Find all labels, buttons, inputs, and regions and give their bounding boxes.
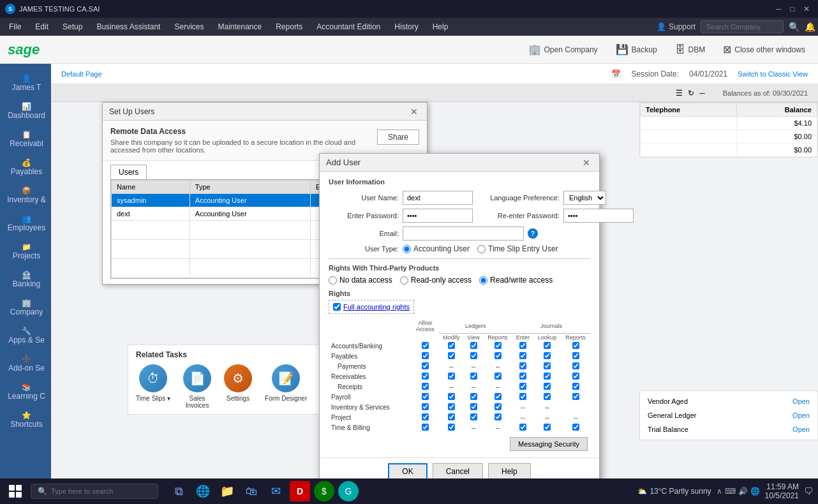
payroll-jreports-checkbox[interactable] bbox=[572, 393, 579, 400]
full-accounting-rights-label[interactable]: Full accounting rights bbox=[343, 303, 410, 311]
receivables-modify-checkbox[interactable] bbox=[448, 373, 455, 380]
menu-setup[interactable]: Setup bbox=[56, 20, 89, 34]
taskbar-search-input[interactable] bbox=[51, 487, 147, 495]
time-billing-modify-checkbox[interactable] bbox=[448, 424, 455, 431]
accounts-banking-lookup-checkbox[interactable] bbox=[544, 342, 551, 349]
sidebar-item-addon[interactable]: ➕ Add-on Se bbox=[0, 350, 51, 378]
receipts-allow-checkbox[interactable] bbox=[422, 383, 429, 390]
dbm-button[interactable]: 🗄 DBM bbox=[670, 41, 711, 58]
sidebar-item-employees[interactable]: 👥 Employees bbox=[0, 209, 51, 237]
sidebar-item-dashboard[interactable]: 📊 Dashboard bbox=[0, 97, 51, 125]
start-button[interactable] bbox=[5, 481, 26, 501]
read-only-access-label[interactable]: Read-only access bbox=[400, 276, 472, 285]
menu-accountant-edition[interactable]: Accountant Edition bbox=[310, 20, 387, 34]
payroll-modify-checkbox[interactable] bbox=[448, 393, 455, 400]
inventory-reports-checkbox[interactable] bbox=[495, 403, 502, 410]
settings-button[interactable]: ⚙ Settings bbox=[224, 364, 252, 409]
search-icon[interactable]: 🔍 bbox=[789, 22, 799, 32]
accounts-banking-modify-checkbox[interactable] bbox=[448, 342, 455, 349]
payments-enter-checkbox[interactable] bbox=[519, 362, 526, 369]
setup-users-close-button[interactable]: ✕ bbox=[408, 107, 420, 117]
receivables-allow-checkbox[interactable] bbox=[422, 373, 429, 380]
menu-history[interactable]: History bbox=[388, 20, 424, 34]
backup-button[interactable]: 💾 Backup bbox=[611, 41, 662, 58]
reenter-password-input[interactable] bbox=[563, 209, 634, 223]
sidebar-item-apps[interactable]: 🔧 Apps & Se bbox=[0, 322, 51, 350]
project-modify-checkbox[interactable] bbox=[448, 413, 455, 420]
sidebar-item-learning[interactable]: 📚 Learning C bbox=[0, 378, 51, 406]
menu-services[interactable]: Services bbox=[168, 20, 210, 34]
cancel-button[interactable]: Cancel bbox=[433, 463, 483, 479]
inventory-allow-checkbox[interactable] bbox=[422, 403, 429, 410]
full-accounting-rights-checkbox[interactable] bbox=[333, 303, 341, 311]
payables-view-checkbox[interactable] bbox=[470, 352, 477, 359]
sys-tray-expand[interactable]: ∧ bbox=[717, 487, 722, 496]
menu-business-assistant[interactable]: Business Assistant bbox=[90, 20, 167, 34]
project-reports-checkbox[interactable] bbox=[495, 413, 502, 420]
close-button[interactable]: ✕ bbox=[800, 3, 813, 15]
share-button[interactable]: Share bbox=[377, 130, 419, 145]
accounts-banking-view-checkbox[interactable] bbox=[470, 342, 477, 349]
timeslip-user-radio[interactable] bbox=[477, 245, 486, 253]
time-slips-button[interactable]: ⏱ Time Slips ▾ bbox=[136, 364, 170, 409]
form-designer-button[interactable]: 📝 Form Designer bbox=[265, 364, 307, 409]
accounts-banking-reports-checkbox[interactable] bbox=[495, 342, 502, 349]
users-tab[interactable]: Users bbox=[110, 165, 147, 179]
read-only-access-radio[interactable] bbox=[400, 276, 408, 285]
receipts-enter-checkbox[interactable] bbox=[519, 383, 526, 390]
edge-icon[interactable]: 🌐 bbox=[193, 481, 213, 501]
app-icon-green[interactable]: $ bbox=[314, 481, 334, 501]
add-user-close-button[interactable]: ✕ bbox=[580, 158, 593, 168]
payables-modify-checkbox[interactable] bbox=[448, 352, 455, 359]
payroll-lookup-checkbox[interactable] bbox=[544, 393, 551, 400]
payables-reports-checkbox[interactable] bbox=[495, 352, 502, 359]
taskbar-search-box[interactable]: 🔍 bbox=[31, 484, 158, 499]
sidebar-item-shortcuts[interactable]: ⭐ Shortcuts bbox=[0, 406, 51, 434]
support-button[interactable]: 👤 Support bbox=[657, 22, 695, 31]
read-write-access-radio[interactable] bbox=[479, 276, 487, 285]
refresh-icon[interactable]: ↻ bbox=[688, 89, 694, 98]
sidebar-item-inventory[interactable]: 📦 Inventory & bbox=[0, 181, 51, 209]
receipts-lookup-checkbox[interactable] bbox=[544, 383, 551, 390]
sidebar-item-payables[interactable]: 💰 Payables bbox=[0, 153, 51, 181]
bell-icon[interactable]: 🔔 bbox=[805, 22, 815, 32]
switch-classic-link[interactable]: Switch to Classic View bbox=[738, 70, 808, 78]
app-icon-teal[interactable]: G bbox=[338, 481, 359, 501]
email-info-icon[interactable]: ? bbox=[528, 228, 538, 239]
payroll-enter-checkbox[interactable] bbox=[519, 393, 526, 400]
menu-file[interactable]: File bbox=[3, 20, 27, 34]
sidebar-item-james[interactable]: 👤 James T bbox=[0, 69, 51, 97]
accounting-user-radio[interactable] bbox=[403, 245, 411, 253]
messaging-security-button[interactable]: Messaging Security bbox=[510, 437, 588, 451]
menu-help[interactable]: Help bbox=[426, 20, 455, 34]
ok-button[interactable]: OK bbox=[388, 463, 427, 479]
minus-icon[interactable]: ─ bbox=[699, 89, 705, 98]
accounts-banking-enter-checkbox[interactable] bbox=[519, 342, 526, 349]
accounts-banking-allow-checkbox[interactable] bbox=[422, 342, 429, 349]
payroll-reports-checkbox[interactable] bbox=[495, 393, 502, 400]
receivables-view-checkbox[interactable] bbox=[470, 373, 477, 380]
receivables-lookup-checkbox[interactable] bbox=[544, 373, 551, 380]
time-billing-lookup-checkbox[interactable] bbox=[544, 424, 551, 431]
help-button[interactable]: Help bbox=[488, 463, 531, 479]
toolbar-icon-list[interactable]: ☰ bbox=[676, 89, 683, 98]
receipts-jreports-checkbox[interactable] bbox=[572, 383, 579, 390]
sales-invoices-button[interactable]: 📄 SalesInvoices bbox=[183, 364, 211, 409]
trial-balance-open-link[interactable]: Open bbox=[792, 426, 810, 433]
payables-jreports-checkbox[interactable] bbox=[572, 352, 579, 359]
time-billing-enter-checkbox[interactable] bbox=[519, 424, 526, 431]
payables-lookup-checkbox[interactable] bbox=[544, 352, 551, 359]
lang-pref-select[interactable]: English bbox=[563, 191, 606, 205]
menu-edit[interactable]: Edit bbox=[29, 20, 55, 34]
project-view-checkbox[interactable] bbox=[470, 413, 477, 420]
time-billing-jreports-checkbox[interactable] bbox=[572, 424, 579, 431]
payroll-view-checkbox[interactable] bbox=[470, 393, 477, 400]
default-page[interactable]: Default Page bbox=[61, 70, 102, 78]
read-write-access-label[interactable]: Read/write access bbox=[479, 276, 553, 285]
payables-enter-checkbox[interactable] bbox=[519, 352, 526, 359]
inventory-view-checkbox[interactable] bbox=[470, 403, 477, 410]
mail-icon[interactable]: ✉ bbox=[265, 481, 286, 501]
email-input[interactable] bbox=[403, 226, 524, 241]
sidebar-item-company[interactable]: 🏢 Company bbox=[0, 293, 51, 322]
close-other-windows-button[interactable]: ⊠ Close other windows bbox=[718, 41, 810, 58]
